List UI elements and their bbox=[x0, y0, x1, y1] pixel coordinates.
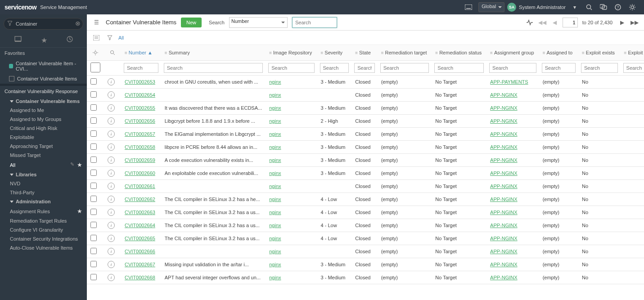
assignment-group-link[interactable]: APP-NGINX bbox=[490, 105, 518, 111]
user-name[interactable]: System Administrator bbox=[519, 4, 566, 10]
repo-link[interactable]: nginx bbox=[269, 92, 281, 98]
assignment-group-link[interactable]: APP-NGINX bbox=[490, 144, 518, 150]
row-checkbox[interactable] bbox=[90, 104, 97, 111]
repo-link[interactable]: nginx bbox=[269, 79, 281, 85]
search-icon[interactable] bbox=[584, 2, 594, 13]
row-checkbox[interactable] bbox=[90, 91, 97, 98]
row-checkbox[interactable] bbox=[90, 143, 97, 150]
number-link[interactable]: CVIT0002668 bbox=[125, 275, 155, 280]
assignment-group-link[interactable]: APP-NGINX bbox=[490, 118, 518, 124]
search-assigned-to[interactable] bbox=[542, 63, 576, 73]
nav-container-security-integrations[interactable]: Container Security Integrations bbox=[0, 234, 87, 243]
nav-approaching-target[interactable]: Approaching Target bbox=[0, 142, 87, 151]
chevron-down-icon[interactable]: ▾ bbox=[569, 2, 580, 13]
search-exploit-exists[interactable] bbox=[581, 63, 618, 73]
table-row[interactable]: iCVIT0002655It was discovered that there… bbox=[87, 102, 644, 115]
number-link[interactable]: CVIT0002657 bbox=[125, 131, 155, 137]
assignment-group-link[interactable]: APP-NGINX bbox=[490, 210, 518, 215]
preview-icon[interactable]: i bbox=[108, 91, 115, 99]
col-summary[interactable]: ≡Summary bbox=[161, 45, 266, 61]
nav-exploitable[interactable]: Exploitable bbox=[0, 133, 87, 142]
list-menu-icon[interactable]: ☰ bbox=[91, 18, 101, 27]
col-number[interactable]: ≡Number ▲ bbox=[121, 45, 161, 61]
search-summary[interactable] bbox=[164, 63, 263, 73]
assignment-group-link[interactable]: APP-NGINX bbox=[490, 92, 518, 98]
scope-picker[interactable]: Global bbox=[478, 2, 504, 12]
nav-all[interactable]: All ✎★ bbox=[0, 160, 87, 170]
nav-third-party[interactable]: Third-Party bbox=[0, 188, 87, 197]
last-page-icon[interactable]: ▶▶ bbox=[630, 18, 639, 27]
preview-icon[interactable]: i bbox=[108, 209, 115, 216]
row-checkbox[interactable] bbox=[90, 130, 97, 137]
search-image-repo[interactable] bbox=[268, 63, 314, 73]
nav-auto-close-vuln-items[interactable]: Auto-Close Vulnerable Items bbox=[0, 243, 87, 252]
chat-icon[interactable] bbox=[598, 2, 609, 13]
repo-link[interactable]: nginx bbox=[269, 170, 281, 176]
table-row[interactable]: iCVIT0002668APT had several integer over… bbox=[87, 271, 644, 284]
nav-nvd[interactable]: NVD bbox=[0, 179, 87, 188]
table-row[interactable]: iCVIT0002665The CIL compiler in SELinux … bbox=[87, 232, 644, 245]
preview-icon[interactable]: i bbox=[108, 130, 115, 138]
table-row[interactable]: iCVIT0002662The CIL compiler in SELinux … bbox=[87, 193, 644, 206]
search-exploit-attack-vector[interactable] bbox=[623, 63, 644, 73]
number-link[interactable]: CVIT0002660 bbox=[125, 170, 155, 176]
row-checkbox[interactable] bbox=[90, 170, 97, 176]
number-link[interactable]: CVIT0002661 bbox=[125, 184, 155, 189]
table-row[interactable]: iCVIT0002660An exploitable code executio… bbox=[87, 167, 644, 180]
preview-icon[interactable]: i bbox=[108, 170, 115, 177]
nav-missed-target[interactable]: Missed Target bbox=[0, 151, 87, 160]
nav-tab-all-apps-icon[interactable] bbox=[14, 36, 22, 45]
next-page-icon[interactable]: ▶ bbox=[617, 18, 627, 27]
preview-icon[interactable]: i bbox=[108, 78, 115, 85]
preview-icon[interactable]: i bbox=[108, 261, 115, 268]
col-assignment-group[interactable]: ≡Assignment group bbox=[486, 45, 539, 61]
preview-icon[interactable]: i bbox=[108, 248, 115, 255]
repo-link[interactable]: nginx bbox=[269, 249, 281, 254]
repo-link[interactable]: nginx bbox=[269, 223, 281, 228]
row-checkbox[interactable] bbox=[90, 209, 97, 215]
filter-icon[interactable] bbox=[105, 33, 115, 43]
assignment-group-link[interactable]: APP-NGINX bbox=[490, 184, 518, 189]
repo-link[interactable]: nginx bbox=[269, 210, 281, 215]
col-exploit-attack-vector[interactable]: ≡Exploit attack vector bbox=[621, 45, 644, 61]
col-assigned-to[interactable]: ≡Assigned to bbox=[539, 45, 578, 61]
personalize-list-icon[interactable] bbox=[90, 48, 100, 58]
nav-critical-high-risk[interactable]: Critical and High Risk bbox=[0, 124, 87, 133]
activity-stream-icon[interactable] bbox=[525, 18, 535, 27]
table-row[interactable]: iCVIT0002666nginxClosed(empty)No TargetA… bbox=[87, 245, 644, 258]
table-row[interactable]: iCVIT0002657The ElGamal implementation i… bbox=[87, 128, 644, 141]
section-libraries[interactable]: Libraries bbox=[0, 170, 87, 179]
row-checkbox[interactable] bbox=[90, 196, 97, 202]
preview-icon[interactable]: i bbox=[108, 104, 115, 112]
search-assignment-group[interactable] bbox=[489, 63, 536, 73]
assignment-group-link[interactable]: APP-NGINX bbox=[490, 249, 518, 254]
assignment-group-link[interactable]: APP-NGINX bbox=[490, 131, 518, 137]
list-search-input[interactable] bbox=[292, 17, 337, 28]
repo-link[interactable]: nginx bbox=[269, 144, 281, 150]
clear-filter-icon[interactable]: ⊗ bbox=[75, 20, 81, 27]
nav-configure-vi-granularity[interactable]: Configure VI Granularity bbox=[0, 225, 87, 234]
assignment-group-link[interactable]: APP-NGINX bbox=[490, 262, 518, 267]
related-list-icon[interactable] bbox=[91, 33, 101, 43]
number-link[interactable]: CVIT0002665 bbox=[125, 236, 155, 241]
fav-item-cvi-record[interactable]: Container Vulnerable Item - CVI... bbox=[0, 58, 87, 74]
search-remediation-status[interactable] bbox=[434, 63, 484, 73]
preview-icon[interactable]: i bbox=[108, 196, 115, 203]
search-state[interactable] bbox=[354, 63, 374, 73]
repo-link[interactable]: nginx bbox=[269, 275, 281, 280]
assignment-group-link[interactable]: APP-PAYMENTS bbox=[490, 79, 528, 85]
row-checkbox[interactable] bbox=[90, 222, 97, 228]
repo-link[interactable]: nginx bbox=[269, 157, 281, 163]
repo-link[interactable]: nginx bbox=[269, 236, 281, 241]
table-row[interactable]: iCVIT0002659A code execution vulnerabili… bbox=[87, 154, 644, 167]
number-link[interactable]: CVIT0002666 bbox=[125, 249, 155, 254]
user-avatar[interactable]: SA bbox=[507, 3, 516, 12]
col-remediation-status[interactable]: ≡Remediation status bbox=[432, 45, 486, 61]
number-link[interactable]: CVIT0002654 bbox=[125, 92, 155, 98]
table-row[interactable]: iCVIT0002658libpcre in PCRE before 8.44 … bbox=[87, 141, 644, 154]
number-link[interactable]: CVIT0002663 bbox=[125, 210, 155, 215]
col-exploit-exists[interactable]: ≡Exploit exists bbox=[578, 45, 621, 61]
assignment-group-link[interactable]: APP-NGINX bbox=[490, 223, 518, 228]
repo-link[interactable]: nginx bbox=[269, 105, 281, 111]
number-link[interactable]: CVIT0002658 bbox=[125, 144, 155, 150]
